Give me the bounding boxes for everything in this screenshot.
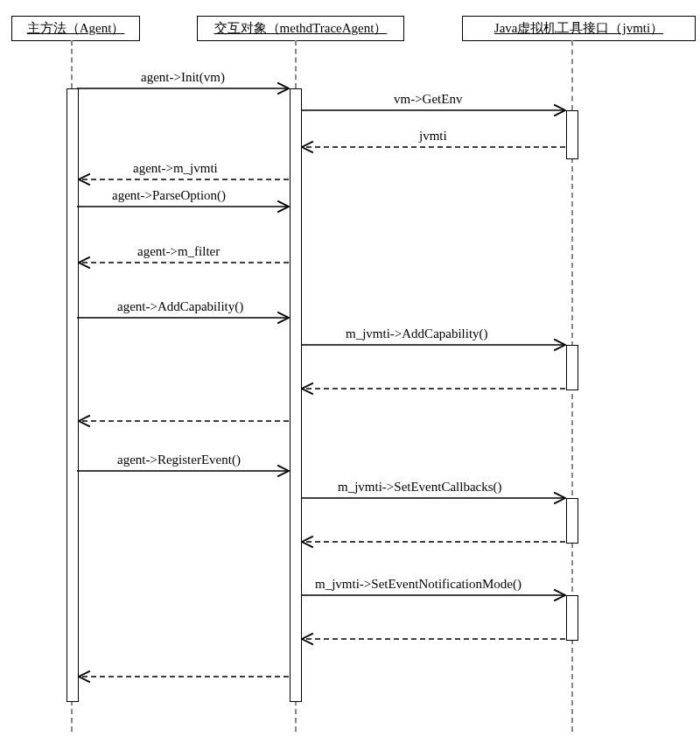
msg-seteventcallbacks: m_jvmti->SetEventCallbacks(): [338, 480, 502, 495]
msg-parseoption: agent->ParseOption(): [112, 188, 226, 203]
msg-init: agent->Init(vm): [141, 70, 225, 85]
msg-registerevent: agent->RegisterEvent(): [117, 453, 241, 467]
msg-m-jvmti: agent->m_jvmti: [133, 161, 218, 176]
sequence-diagram: 主方法（Agent） 交互对象（methdTraceAgent） Java虚拟机…: [0, 0, 700, 737]
msg-jvmti-return: jvmti: [419, 129, 447, 144]
msg-m-filter: agent->m_filter: [137, 244, 220, 259]
msg-getenv: vm->GetEnv: [394, 92, 462, 107]
arrows: [0, 0, 700, 737]
msg-seteventnotificationmode: m_jvmti->SetEventNotificationMode(): [315, 577, 522, 592]
msg-jvmti-addcapability: m_jvmti->AddCapability(): [346, 326, 488, 341]
msg-addcapability: agent->AddCapability(): [117, 299, 243, 314]
